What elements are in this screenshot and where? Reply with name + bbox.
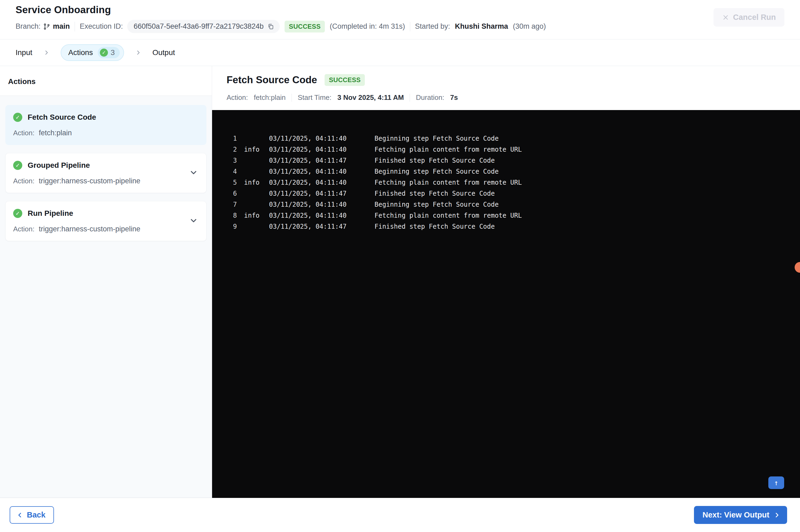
log-timestamp: 03/11/2025, 04:11:40 — [269, 177, 375, 188]
card-action-label: Action: — [13, 225, 35, 233]
actions-count-chip: ✓ 3 — [98, 47, 120, 58]
log-message: Finished step Fetch Source Code — [375, 221, 789, 232]
git-branch-icon — [43, 23, 50, 30]
log-timestamp: 03/11/2025, 04:11:40 — [269, 133, 375, 144]
duration-value: 7s — [450, 93, 458, 102]
log-timestamp: 03/11/2025, 04:11:47 — [269, 221, 375, 232]
log-level — [244, 199, 269, 210]
scroll-to-top-button[interactable]: ↑ — [768, 476, 784, 489]
body: Actions ✓ Fetch Source Code Action: fetc… — [0, 66, 800, 498]
action-card-fetch-source-code[interactable]: ✓ Fetch Source Code Action: fetch:plain — [5, 105, 206, 145]
log-line: 2info03/11/2025, 04:11:40Fetching plain … — [233, 144, 789, 155]
log-line-number: 6 — [233, 188, 244, 199]
tab-actions-label: Actions — [68, 48, 93, 57]
start-time-value: 3 Nov 2025, 4:11 AM — [338, 93, 404, 102]
sidebar-content: ✓ Fetch Source Code Action: fetch:plain … — [0, 96, 212, 498]
log-timestamp: 03/11/2025, 04:11:40 — [269, 166, 375, 177]
cancel-run-label: Cancel Run — [733, 13, 776, 22]
next-view-output-button[interactable]: Next: View Output — [694, 506, 787, 524]
card-action-value: fetch:plain — [39, 129, 72, 137]
page-header: Service Onboarding Branch: main Executio… — [0, 0, 800, 39]
chevron-right-icon — [135, 50, 141, 56]
log-level — [244, 221, 269, 232]
chevron-down-icon[interactable] — [189, 216, 198, 226]
duration-label: Duration: — [416, 93, 444, 102]
log-line: 403/11/2025, 04:11:40Beginning step Fetc… — [233, 166, 789, 177]
step-detail-panel: Fetch Source Code SUCCESS Action: fetch:… — [212, 66, 800, 498]
log-message: Beginning step Fetch Source Code — [375, 166, 789, 177]
card-action-label: Action: — [13, 129, 35, 137]
log-line: 603/11/2025, 04:11:47Finished step Fetch… — [233, 188, 789, 199]
back-label: Back — [27, 511, 45, 519]
execution-id-pill: 660f50a7-5eef-43a6-9ff7-2a2179c3824b — [127, 20, 280, 33]
check-circle-icon: ✓ — [100, 49, 108, 57]
actions-count: 3 — [111, 48, 115, 57]
log-level: info — [244, 144, 269, 155]
tab-actions[interactable]: Actions ✓ 3 — [61, 44, 124, 61]
log-timestamp: 03/11/2025, 04:11:40 — [269, 199, 375, 210]
action-card-grouped-pipeline[interactable]: ✓ Grouped Pipeline Action: trigger:harne… — [5, 153, 206, 193]
card-action-row: Action: trigger:harness-custom-pipeline — [13, 177, 199, 185]
log-timestamp: 03/11/2025, 04:11:47 — [269, 155, 375, 166]
execution-page: Service Onboarding Branch: main Executio… — [0, 0, 800, 532]
log-line-number: 9 — [233, 221, 244, 232]
log-line: 103/11/2025, 04:11:40Beginning step Fetc… — [233, 133, 789, 144]
card-title: Run Pipeline — [28, 209, 73, 218]
arrow-up-icon: ↑ — [774, 479, 778, 487]
log-line-number: 3 — [233, 155, 244, 166]
log-line: 703/11/2025, 04:11:40Beginning step Fetc… — [233, 199, 789, 210]
tab-input[interactable]: Input — [16, 48, 32, 57]
sidebar-heading: Actions — [0, 66, 212, 96]
started-by-name: Khushi Sharma — [455, 22, 508, 31]
detail-title-row: Fetch Source Code SUCCESS — [227, 74, 800, 86]
step-action-value: fetch:plain — [254, 93, 286, 102]
log-level — [244, 166, 269, 177]
divider — [409, 94, 410, 102]
branch-group: Branch: main — [16, 22, 70, 31]
log-line-number: 5 — [233, 177, 244, 188]
card-title: Grouped Pipeline — [28, 161, 90, 170]
log-timestamp: 03/11/2025, 04:11:40 — [269, 210, 375, 221]
log-line-number: 8 — [233, 210, 244, 221]
divider — [291, 94, 292, 102]
log-line: 303/11/2025, 04:11:47Finished step Fetch… — [233, 155, 789, 166]
log-message: Fetching plain content from remote URL — [375, 210, 789, 221]
log-line-number: 4 — [233, 166, 244, 177]
log-timestamp: 03/11/2025, 04:11:40 — [269, 144, 375, 155]
step-status-badge: SUCCESS — [325, 74, 365, 86]
next-label: Next: View Output — [703, 511, 769, 519]
card-action-label: Action: — [13, 177, 35, 185]
log-message: Finished step Fetch Source Code — [375, 155, 789, 166]
log-console[interactable]: 103/11/2025, 04:11:40Beginning step Fetc… — [212, 110, 800, 498]
footer: Back Next: View Output — [0, 498, 800, 532]
log-level — [244, 188, 269, 199]
card-action-value: trigger:harness-custom-pipeline — [39, 177, 140, 185]
log-level — [244, 133, 269, 144]
log-level — [244, 155, 269, 166]
cancel-run-button[interactable]: Cancel Run — [713, 8, 784, 26]
branch-name: main — [53, 22, 70, 31]
chevron-right-icon — [774, 512, 780, 518]
action-card-run-pipeline[interactable]: ✓ Run Pipeline Action: trigger:harness-c… — [5, 201, 206, 241]
card-action-value: trigger:harness-custom-pipeline — [39, 225, 140, 233]
log-line-number: 2 — [233, 144, 244, 155]
chevron-down-icon[interactable] — [189, 168, 198, 178]
start-time-label: Start Time: — [298, 93, 331, 102]
chevron-left-icon — [17, 512, 23, 518]
branch-label: Branch: — [16, 22, 40, 31]
execution-id-group: Execution ID: 660f50a7-5eef-43a6-9ff7-2a… — [80, 20, 280, 33]
log-level: info — [244, 210, 269, 221]
completed-in-text: (Completed in: 4m 31s) — [330, 22, 405, 31]
card-action-row: Action: trigger:harness-custom-pipeline — [13, 225, 199, 233]
divider — [75, 22, 75, 32]
step-action-label: Action: — [227, 93, 248, 102]
chevron-right-icon — [43, 50, 50, 56]
log-line: 903/11/2025, 04:11:47Finished step Fetch… — [233, 221, 789, 232]
back-button[interactable]: Back — [9, 506, 54, 524]
log-line: 8info03/11/2025, 04:11:40Fetching plain … — [233, 210, 789, 221]
tab-output[interactable]: Output — [152, 48, 175, 57]
copy-icon[interactable] — [267, 23, 274, 30]
log-line-number: 7 — [233, 199, 244, 210]
log-message: Beginning step Fetch Source Code — [375, 133, 789, 144]
started-by-label: Started by: — [415, 22, 450, 31]
